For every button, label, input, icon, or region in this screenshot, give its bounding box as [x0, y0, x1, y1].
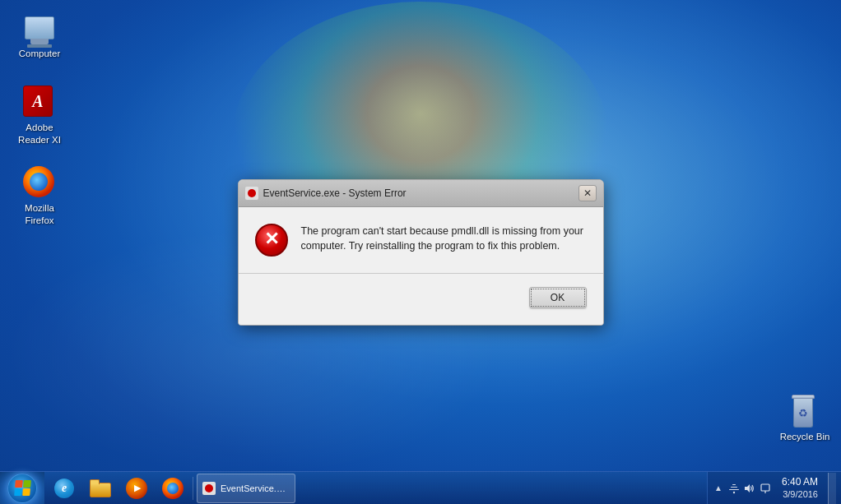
- dialog-ok-button[interactable]: OK: [529, 287, 587, 308]
- taskbar-active-window[interactable]: EventService.exe - System Error: [197, 474, 295, 503]
- ie-icon-graphic: e: [54, 479, 74, 498]
- tray-action-center-icon[interactable]: [759, 482, 772, 495]
- clock-time: 6:40 AM: [782, 476, 818, 489]
- start-button[interactable]: [0, 472, 44, 505]
- start-orb: [7, 474, 37, 503]
- taskbar-active-window-icon: [202, 482, 216, 495]
- windows-logo-icon: [14, 480, 31, 496]
- taskbar: e ▶: [0, 471, 841, 504]
- desktop: Computer A Adobe Reader XI Mozilla Firef…: [0, 0, 841, 504]
- taskbar-explorer-icon[interactable]: [82, 473, 118, 504]
- system-tray: ▲: [707, 472, 841, 504]
- taskbar-active-window-label: EventService.exe - System Error: [221, 483, 290, 493]
- tray-network-icon[interactable]: [727, 482, 741, 495]
- firefox-tb-icon-graphic: [162, 478, 184, 499]
- clock-date: 3/9/2016: [783, 488, 818, 500]
- dialog-title-icon: [245, 187, 258, 200]
- dialog-titlebar: EventService.exe - System Error ✕: [239, 180, 603, 207]
- dialog-body: ✕ The program can't start because pmdll.…: [239, 207, 603, 325]
- dialog-title: EventService.exe - System Error: [263, 187, 407, 199]
- dialog-overlay: EventService.exe - System Error ✕ ✕ The …: [0, 0, 841, 471]
- error-x-mark: ✕: [264, 230, 279, 248]
- dialog-close-button[interactable]: ✕: [578, 185, 597, 201]
- media-player-icon-graphic: ▶: [126, 478, 147, 499]
- show-desktop-button[interactable]: [828, 473, 836, 504]
- svg-rect-0: [729, 489, 739, 490]
- dialog-separator: [239, 273, 603, 274]
- taskbar-ie-icon[interactable]: e: [46, 473, 82, 504]
- tray-icons: [727, 482, 772, 495]
- taskbar-divider: [193, 477, 193, 500]
- svg-rect-5: [761, 484, 769, 491]
- svg-point-3: [733, 491, 735, 492]
- taskbar-firefox-icon[interactable]: [155, 473, 191, 504]
- folder-icon-graphic: [90, 479, 111, 497]
- error-icon: ✕: [255, 224, 288, 257]
- svg-rect-2: [732, 484, 736, 485]
- dialog-titlebar-left: EventService.exe - System Error: [245, 187, 407, 200]
- tray-expand-button[interactable]: ▲: [713, 482, 724, 494]
- svg-rect-1: [731, 487, 737, 488]
- dialog-content: ✕ The program can't start because pmdll.…: [255, 224, 587, 257]
- error-dialog: EventService.exe - System Error ✕ ✕ The …: [238, 179, 604, 326]
- dialog-message: The program can't start because pmdll.dl…: [301, 224, 587, 255]
- svg-marker-4: [745, 484, 750, 492]
- dialog-footer: OK: [255, 284, 587, 315]
- clock-area[interactable]: 6:40 AM 3/9/2016: [775, 472, 825, 504]
- taskbar-media-player-icon[interactable]: ▶: [118, 473, 155, 504]
- taskbar-items: e ▶: [44, 472, 707, 504]
- tray-volume-icon[interactable]: [743, 482, 756, 495]
